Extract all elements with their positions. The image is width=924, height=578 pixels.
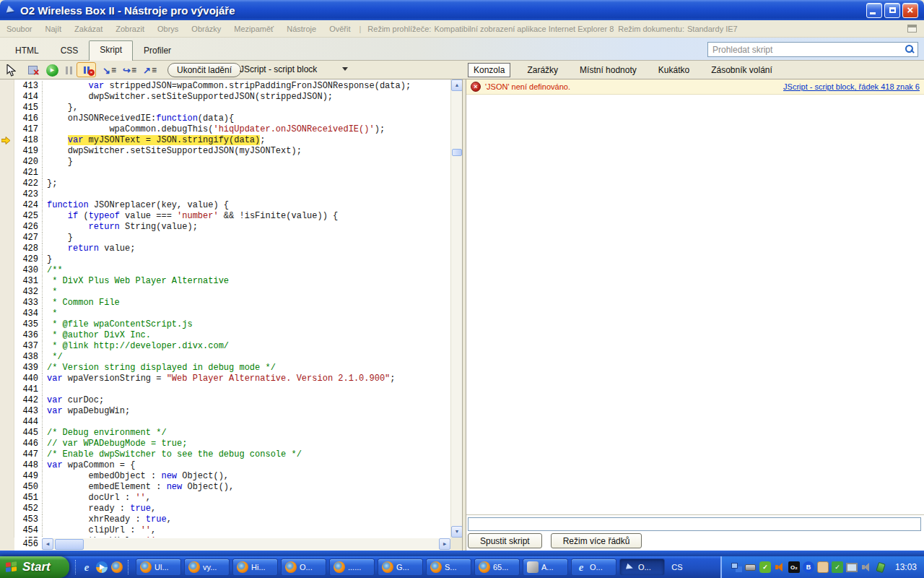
stop-debugging-button[interactable]: Ukončit ladění — [167, 63, 241, 77]
code-line-442[interactable]: 442var curDoc; — [0, 395, 450, 406]
code-text[interactable]: dwpSwitcher.setSiteSupportedJSON(myJSONT… — [42, 146, 450, 157]
code-line-427[interactable]: 427 } — [0, 233, 450, 243]
gutter-cell[interactable] — [0, 146, 14, 157]
gutter-cell[interactable] — [0, 124, 14, 135]
code-text[interactable]: dwpSwitcher.setSiteSupportedJSON(strippe… — [42, 92, 450, 103]
gutter-cell[interactable] — [0, 265, 14, 276]
code-text[interactable]: * @link http://developer.divx.com/ — [42, 341, 450, 352]
search-input[interactable] — [711, 43, 900, 56]
run-script-button[interactable]: Spustit skript — [468, 533, 542, 548]
code-text[interactable]: } — [42, 254, 450, 265]
code-text[interactable]: * @file wpaContentScript.js — [42, 319, 450, 330]
code-text[interactable]: var strippedJSON=wpaCommon.stripPaddingF… — [42, 81, 450, 92]
task-button-9[interactable]: A... — [523, 558, 568, 576]
code-text[interactable]: } — [42, 157, 450, 168]
device-icon[interactable] — [875, 561, 886, 573]
code-line-423[interactable]: 423 — [0, 189, 450, 200]
code-text[interactable]: return String(value); — [42, 222, 450, 233]
menu-obrys[interactable]: Obrys — [151, 25, 185, 33]
code-text[interactable] — [42, 417, 450, 428]
gutter-cell[interactable] — [0, 81, 14, 92]
console-tab-z-sobn-k-vol-n[interactable]: Zásobník volání — [706, 64, 777, 77]
horizontal-scroll-thumb[interactable] — [55, 539, 84, 550]
code-line-416[interactable]: 416 onJSONReceivedIE:function(data){ — [0, 113, 450, 124]
code-line-425[interactable]: 425 if (typeof value === 'number' && !is… — [0, 211, 450, 222]
scroll-left-button[interactable] — [42, 538, 53, 550]
continue-icon[interactable] — [45, 63, 59, 77]
code-line-413[interactable]: 413 var strippedJSON=wpaCommon.stripPadd… — [0, 81, 450, 92]
code-text[interactable]: * @author DivX Inc. — [42, 330, 450, 341]
gutter-cell[interactable] — [0, 319, 14, 330]
code-text[interactable]: }; — [42, 178, 450, 189]
code-line-438[interactable]: 438 */ — [0, 352, 450, 363]
task-button-3[interactable]: Hi... — [232, 558, 278, 576]
search-icon[interactable] — [905, 45, 915, 55]
gutter-cell[interactable] — [0, 374, 14, 384]
code-text[interactable]: /* Debug environment */ — [42, 428, 450, 439]
task-button-10[interactable]: O... — [571, 558, 616, 576]
code-text[interactable]: var myJSONText = JSON.stringify(data); — [42, 135, 450, 146]
menu-mezipam[interactable]: Mezipaměť — [227, 25, 280, 33]
clear-breakpoints-icon[interactable] — [26, 63, 39, 77]
gutter-cell[interactable] — [0, 352, 14, 363]
gutter-cell[interactable] — [0, 439, 14, 449]
menu-ov-it[interactable]: Ověřit — [323, 25, 357, 33]
code-text[interactable]: return value; — [42, 243, 450, 254]
code-text[interactable]: * — [42, 287, 450, 298]
code-text[interactable]: function JSONreplacer(key, value) { — [42, 200, 450, 211]
code-text[interactable]: var wpaCommon = { — [42, 460, 450, 471]
code-text[interactable]: if (typeof value === 'number' && !isFini… — [42, 211, 450, 222]
code-text[interactable]: /** — [42, 265, 450, 276]
gutter-cell[interactable] — [0, 135, 14, 146]
code-line-420[interactable]: 420 } — [0, 157, 450, 168]
o2-icon[interactable] — [788, 561, 800, 573]
code-text[interactable]: var curDoc; — [42, 395, 450, 406]
code-text[interactable]: // var WPADebugMode = true; — [42, 439, 450, 449]
tab-profiler[interactable]: Profiler — [133, 41, 182, 60]
step-over-icon[interactable]: ≡ — [123, 63, 136, 77]
gutter-cell[interactable] — [0, 428, 14, 439]
break-on-error-toggle[interactable] — [77, 62, 96, 77]
scroll-down-button[interactable] — [451, 526, 462, 538]
gutter-cell[interactable] — [0, 200, 14, 211]
close-button[interactable] — [902, 3, 918, 18]
minimize-button[interactable] — [866, 3, 882, 18]
code-line-433[interactable]: 433 * Common File — [0, 298, 450, 309]
task-button-11[interactable]: O... — [619, 558, 665, 576]
task-button-2[interactable]: vy... — [184, 558, 230, 576]
gutter-cell[interactable] — [0, 330, 14, 341]
usb-icon[interactable] — [745, 561, 757, 573]
code-line-431[interactable]: 431 * DivX Plus Web Player Alternative — [0, 276, 450, 287]
code-text[interactable]: }, — [42, 103, 450, 113]
menu-soubor[interactable]: Soubor — [0, 25, 38, 33]
unpin-window-icon[interactable] — [907, 25, 917, 33]
code-text[interactable]: docUrl : '', — [42, 493, 450, 504]
console-tab-zar-ky[interactable]: Zarážky — [522, 64, 563, 77]
gutter-cell[interactable] — [0, 460, 14, 471]
code-text[interactable]: */ — [42, 352, 450, 363]
code-text[interactable]: embedElement : new Object(), — [42, 482, 450, 493]
gutter-cell[interactable] — [0, 471, 14, 482]
tab-skript[interactable]: Skript — [89, 40, 133, 61]
gutter-cell[interactable] — [0, 395, 14, 406]
code-line-414[interactable]: 414 dwpSwitcher.setSiteSupportedJSON(str… — [0, 92, 450, 103]
language-indicator[interactable]: CS — [668, 556, 687, 578]
scroll-right-button[interactable] — [439, 538, 450, 550]
gutter-cell[interactable] — [0, 103, 14, 113]
task-button-6[interactable]: G... — [378, 558, 423, 576]
code-line-429[interactable]: 429} — [0, 254, 450, 265]
code-line-432[interactable]: 432 * — [0, 287, 450, 298]
code-text[interactable] — [42, 189, 450, 200]
code-text[interactable]: onJSONReceivedIE:function(data){ — [42, 113, 450, 124]
code-line-439[interactable]: 439/* Version string displayed in debug … — [0, 363, 450, 374]
code-text[interactable]: var wpaDebugWin; — [42, 406, 450, 417]
code-text[interactable]: * — [42, 309, 450, 319]
menu-obr-zky[interactable]: Obrázky — [185, 25, 227, 33]
code-text[interactable]: clipUrl : '', — [42, 525, 450, 536]
gutter-cell[interactable] — [0, 363, 14, 374]
code-text[interactable]: xhrReady : true, — [42, 514, 450, 525]
gutter-cell[interactable] — [0, 298, 14, 309]
volume-icon[interactable] — [774, 561, 785, 573]
start-button[interactable]: Start — [0, 556, 69, 578]
gutter-cell[interactable] — [0, 254, 14, 265]
